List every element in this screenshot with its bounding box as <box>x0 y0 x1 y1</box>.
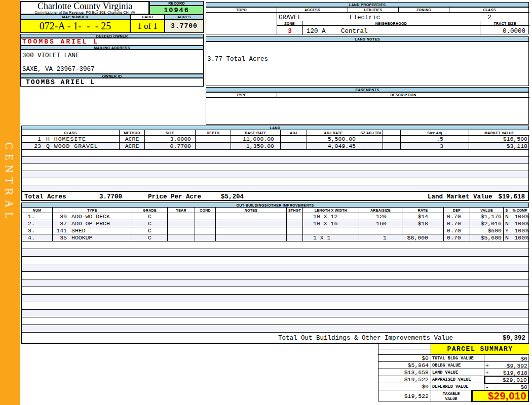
deeded-owner-value: TOOMBS ARIEL L <box>20 38 204 46</box>
summary-label: LAND VALUE <box>431 369 484 376</box>
ob-h-year: YEAR <box>168 208 195 213</box>
summary-prev-value: $0 <box>378 355 431 362</box>
land-h-size-adj: Size Adj <box>401 130 469 136</box>
parcel-summary-title: PARCEL SUMMARY <box>431 344 529 355</box>
land-properties-title: LAND PROPERTIES <box>206 2 529 7</box>
ob-year <box>168 220 195 227</box>
ob-sold: N <box>504 220 510 227</box>
ob-type-code: 141 <box>53 228 67 234</box>
ob-area: 160 <box>359 220 402 227</box>
land-totals-row: Total Acres 3.7700 Price Per Acre $5,204… <box>21 191 529 201</box>
outbuilding-row: 2. 37 ADD-OP PRCH C 10 X 16 160 $18 0.70… <box>22 220 528 227</box>
ob-grade: C <box>132 213 168 220</box>
zone-label: ZONE <box>277 21 302 26</box>
land-adj-rate: 5,500.00 <box>307 136 360 142</box>
land-properties-table: TOPO ACCESS UTILITIES ZONING CLASS GRAVE… <box>206 7 529 34</box>
land-notes-title: LAND NOTES <box>206 36 529 42</box>
ob-type-cell: 39 ADD-WD DECK <box>53 213 132 220</box>
county-header-card: Charlotte County Virginia Commissioner o… <box>20 1 149 15</box>
outbuildings-total-label: Total Out Buildings & Other Improvements… <box>278 335 453 342</box>
outbuilding-empty-row <box>22 249 528 257</box>
ob-h-value: VALUE <box>470 208 504 213</box>
ob-h-length-width: LENGTH X WIDTH <box>303 208 359 213</box>
land-market-value: $16,500 <box>469 136 529 142</box>
land-base-rate: 1,350.00 <box>231 143 281 149</box>
ob-h-area-size: AREA/SIZE <box>359 208 402 213</box>
taxable-value-cell: $29,010 <box>472 390 529 402</box>
ob-cond <box>195 213 216 220</box>
land-row: 1 H HOMESITE ACRE 3.0000 11,000.00 5,500… <box>22 136 528 143</box>
ob-cond <box>195 227 216 234</box>
address-line-2: SAXE, VA 23967-3967 <box>22 66 95 73</box>
ob-rate: $8,000 <box>402 234 444 241</box>
ob-year <box>168 227 195 234</box>
land-class-cell: 1 H HOMESITE <box>22 136 120 142</box>
utilities-value: Electric <box>350 14 380 21</box>
ob-h-dep: DEP <box>444 208 470 213</box>
ob-type-code: 39 <box>53 214 67 220</box>
summary-prev-value: $19,522 <box>378 376 431 383</box>
land-market-value: $3,118 <box>469 143 529 149</box>
ob-sthgt <box>287 234 303 241</box>
owner-id-label: OWNER ID <box>20 74 204 78</box>
land-class-cell: 23 Q WOOD GRAVEL <box>22 143 120 149</box>
ob-sthgt <box>287 220 303 227</box>
outbuilding-row: 4. 35 HOOKUP C 1 X 1 1 $8,000 0.70 $5,60… <box>22 234 528 241</box>
land-blank <box>383 136 401 142</box>
ob-h-grade: GRADE <box>132 208 168 213</box>
ob-type-cell: 141 SHED <box>53 227 132 234</box>
ob-h-sold: S <box>504 208 510 213</box>
easements-table: TYPE DESCRIPTION <box>206 92 529 125</box>
easements-title: EASEMENTS <box>206 87 529 92</box>
land-size: 0.7700 <box>145 143 196 149</box>
ob-num: 1. <box>22 213 53 220</box>
outbuildings-table: NUM TYPE GRADE YEAR COND NOTES STHGT LEN… <box>21 208 529 344</box>
ob-h-notes: NOTES <box>216 208 287 213</box>
topo-label: TOPO <box>206 8 277 13</box>
zone-divider <box>302 26 303 35</box>
ob-type-code: 37 <box>53 221 67 227</box>
summary-prev-value: $5,864 <box>378 362 431 369</box>
outbuildings-total-value: $9,392 <box>503 335 525 342</box>
land-class-num: 23 <box>22 143 41 149</box>
mailing-address-label: MAILING ADDRESS <box>20 46 204 50</box>
ob-comp: 100% <box>510 227 529 234</box>
summary-value-cell: + $19,618 <box>484 369 529 376</box>
ob-type-name: SHED <box>71 228 86 234</box>
acres-label: ACRES <box>165 15 204 19</box>
summary-value-cell-appraised: $29,010 <box>484 376 529 384</box>
ob-cond <box>195 220 216 227</box>
land-empty-row <box>22 178 528 185</box>
easement-description-label: DESCRIPTION <box>277 93 529 98</box>
record-value: 10946 <box>149 6 204 15</box>
land-title: LAND <box>21 126 529 130</box>
ob-h-type: TYPE <box>53 208 132 213</box>
land-h-class: CLASS <box>22 130 120 136</box>
ob-year <box>168 213 195 220</box>
land-h-sz-adj-tbl: SZ ADJ TBL <box>360 130 383 136</box>
ob-area: 120 <box>359 213 402 220</box>
ob-type-name: ADD-OP PRCH <box>71 221 110 227</box>
outbuildings-total-row: Total Out Buildings & Other Improvements… <box>22 333 528 344</box>
ob-length-width: 10 X 12 <box>303 213 359 220</box>
ob-notes <box>216 220 287 227</box>
outbuilding-empty-row <box>22 264 528 272</box>
ob-h-pct-comp: % COMP <box>510 208 529 213</box>
zoning-label: ZONING <box>399 8 449 13</box>
ob-h-num: NUM <box>22 208 53 213</box>
land-h-market-value: MARKET VALUE <box>469 130 529 136</box>
land-sz-adj-tbl <box>360 136 383 142</box>
ob-notes <box>216 213 287 220</box>
land-class-name: Q WOOD GRAVEL <box>46 143 98 149</box>
land-header-row: CLASS METHOD SIZE DEPTH BASE RATE ADJ AD… <box>22 130 528 136</box>
acres-value: 3.7700 <box>165 19 204 33</box>
land-base-rate: 11,000.00 <box>231 136 281 142</box>
land-h-adj-rate: ADJ RATE <box>307 130 360 136</box>
summary-header-left-cell <box>378 344 431 355</box>
neighborhood-code: 120 A <box>307 28 326 35</box>
summary-label: TOTAL BLDG VALUE <box>431 355 484 362</box>
ob-sold: Y <box>504 227 510 234</box>
ob-value: $2,016 <box>470 220 504 227</box>
ob-num: 4. <box>22 234 53 241</box>
land-sz-adj-tbl <box>360 143 383 149</box>
